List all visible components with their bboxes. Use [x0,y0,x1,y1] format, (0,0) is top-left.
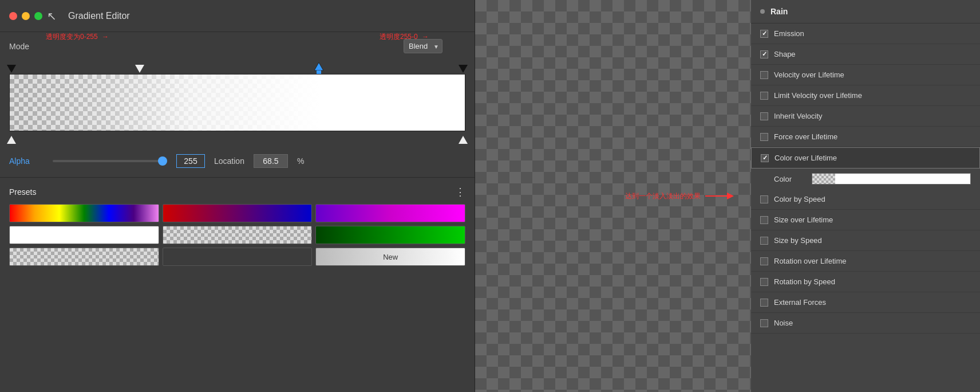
checkbox-color-over-lifetime[interactable] [761,154,769,162]
checkbox-inherit-velocity[interactable] [760,112,768,120]
presets-grid: New [9,204,465,266]
alpha-stop-black-left[interactable] [7,65,16,73]
label-noise: Noise [774,319,793,327]
label-velocity-over-lifetime: Velocity over Lifetime [774,70,844,79]
color-stop-white-right[interactable] [459,136,468,144]
panel-item-emission[interactable]: Emission [751,23,980,44]
panel-item-inherit-velocity[interactable]: Inherit Velocity [751,106,980,127]
preset-green[interactable] [315,226,465,244]
annotation-bottom: 达到一个淡入淡出的效果 [625,191,701,201]
checkbox-force-over-lifetime[interactable] [760,133,768,141]
panel-item-color-by-speed[interactable]: Color by Speed [751,189,980,210]
alpha-stop-black-right[interactable] [459,65,468,73]
cursor-icon: ↖ [47,9,57,23]
label-size-over-lifetime: Size over Lifetime [774,215,833,224]
checkbox-color-by-speed[interactable] [760,195,768,203]
preset-new[interactable]: New [315,248,465,266]
minimize-button[interactable] [22,12,30,20]
color-swatch-white [835,174,970,184]
label-color-over-lifetime: Color over Lifetime [774,154,837,162]
label-size-by-speed: Size by Speed [774,236,822,245]
panel-dot [760,9,765,14]
color-stops-bottom [9,131,465,145]
panel-items-list: Emission Shape Velocity over Lifetime Li… [751,23,980,334]
panel-item-rotation-by-speed[interactable]: Rotation by Speed [751,272,980,292]
checkbox-rotation-by-speed[interactable] [760,278,768,286]
panel-item-shape[interactable]: Shape [751,44,980,65]
middle-area: 达到一个淡入淡出的效果 [475,0,751,392]
panel-item-rotation-over-lifetime[interactable]: Rotation over Lifetime [751,251,980,272]
label-inherit-velocity: Inherit Velocity [774,112,823,120]
alpha-slider-thumb[interactable] [158,156,167,166]
checkbox-emission[interactable] [760,30,768,38]
preset-white[interactable] [9,226,159,244]
panel-item-color-over-lifetime[interactable]: Color over Lifetime [751,147,980,168]
panel-item-size-over-lifetime[interactable]: Size over Lifetime [751,210,980,230]
color-preview-row: Color [751,168,980,189]
annotation-top-left: 透明度变为0-255 → [46,32,109,42]
checkbox-size-over-lifetime[interactable] [760,216,768,224]
mode-row: Mode 透明度变为0-255 → 透明度255-0 → Blend Fixed [0,32,475,60]
preset-red-blue[interactable] [163,204,313,222]
alpha-slider-track[interactable] [53,160,167,162]
location-label: Location [214,156,244,166]
label-emission: Emission [774,29,804,38]
checkbox-size-by-speed[interactable] [760,237,768,245]
color-swatch-checker [812,174,835,184]
gradient-bar[interactable] [9,74,465,131]
panel-item-size-by-speed[interactable]: Size by Speed [751,230,980,251]
label-color-by-speed: Color by Speed [774,195,825,203]
alpha-stop-white[interactable] [135,65,144,73]
presets-title: Presets [9,187,36,197]
title-bar: ↖ Gradient Editor [0,0,475,32]
alpha-value-input[interactable] [176,154,205,168]
preset-purple-magenta[interactable] [315,204,465,222]
checkbox-shape[interactable] [760,50,768,58]
alpha-section: Alpha Location % [0,145,475,177]
label-rotation-over-lifetime: Rotation over Lifetime [774,257,846,265]
label-force-over-lifetime: Force over Lifetime [774,132,837,141]
label-rotation-by-speed: Rotation by Speed [774,277,835,286]
checkbox-velocity-over-lifetime[interactable] [760,71,768,79]
maximize-button[interactable] [34,12,42,20]
mode-select[interactable]: Blend Fixed [404,39,442,53]
window-title: Gradient Editor [68,11,130,21]
presets-section: Presets ⋮ New [0,178,475,275]
preset-empty [163,248,313,266]
window-controls [9,12,42,20]
alpha-stops-top [9,62,465,74]
presets-header: Presets ⋮ [9,187,465,197]
label-external-forces: External Forces [774,298,826,307]
color-swatch[interactable] [812,173,971,185]
mode-label: Mode [9,42,29,51]
color-label: Color [774,175,803,183]
panel-item-external-forces[interactable]: External Forces [751,292,980,313]
gradient-overlay [10,75,465,131]
preset-rainbow[interactable] [9,204,159,222]
mode-select-wrapper[interactable]: Blend Fixed [278,39,442,53]
gradient-editor-panel: ↖ Gradient Editor Mode 透明度变为0-255 → 透明度2… [0,0,475,392]
label-limit-velocity-over-lifetime: Limit Velocity over Lifetime [774,91,862,100]
checkbox-limit-velocity-over-lifetime[interactable] [760,92,768,100]
panel-title: Rain [770,7,788,16]
preset-checker2[interactable] [9,248,159,266]
right-panel: Rain Emission Shape Velocity over Lifeti… [751,0,980,392]
checkbox-external-forces[interactable] [760,299,768,307]
gradient-area[interactable] [9,74,465,131]
close-button[interactable] [9,12,17,20]
panel-header: Rain [751,0,980,23]
arrow-right-icon [705,190,734,202]
panel-item-velocity-over-lifetime[interactable]: Velocity over Lifetime [751,65,980,85]
panel-item-limit-velocity-over-lifetime[interactable]: Limit Velocity over Lifetime [751,85,980,106]
checkbox-noise[interactable] [760,319,768,327]
panel-item-force-over-lifetime[interactable]: Force over Lifetime [751,127,980,147]
color-stop-white-left[interactable] [7,136,16,144]
location-value-input[interactable] [254,154,288,168]
preset-checker[interactable] [163,226,313,244]
presets-menu-button[interactable]: ⋮ [455,187,465,197]
panel-item-noise[interactable]: Noise [751,313,980,334]
checkbox-rotation-over-lifetime[interactable] [760,257,768,265]
alpha-label: Alpha [9,156,44,166]
arrow-annotation: 达到一个淡入淡出的效果 [625,190,734,202]
label-shape: Shape [774,50,796,58]
